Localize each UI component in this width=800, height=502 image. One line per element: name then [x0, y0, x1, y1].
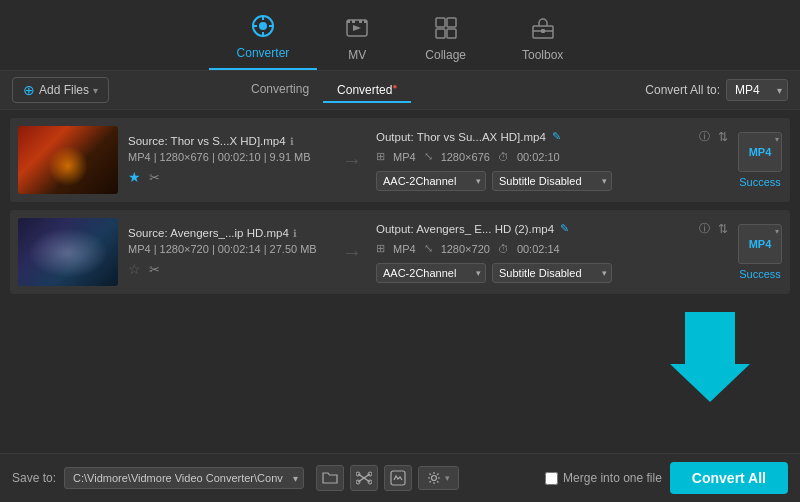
edit-icon-2[interactable]: ✎ — [560, 222, 569, 235]
output-sort-1[interactable]: ⇅ — [718, 130, 728, 144]
add-files-button[interactable]: ⊕ Add Files ▾ — [12, 77, 109, 103]
merge-label: Merge into one file — [563, 471, 662, 485]
source-label-1: Source: Thor vs S...X HD].mp4 ℹ — [128, 135, 328, 147]
file-info-2: Source: Avengers_...ip HD.mp4 ℹ MP4 | 12… — [128, 227, 328, 277]
cut-icon-2[interactable]: ✂ — [149, 262, 160, 277]
convert-all-button[interactable]: Convert All — [670, 462, 788, 494]
big-arrow-down — [670, 312, 750, 415]
settings-button[interactable]: ▾ — [418, 466, 459, 490]
top-navigation: Converter MV Collage — [0, 0, 800, 71]
file-item-2: Source: Avengers_...ip HD.mp4 ℹ MP4 | 12… — [10, 210, 790, 294]
svg-point-26 — [432, 476, 437, 481]
file-item-1: Source: Thor vs S...X HD].mp4 ℹ MP4 | 12… — [10, 118, 790, 202]
star-empty-2[interactable]: ☆ — [128, 261, 141, 277]
enhance-button[interactable] — [384, 465, 412, 491]
resize-icon-1: ⤡ — [424, 150, 433, 163]
audio-dropdown-wrap-2: AAC-2Channel AAC-6Channel — [376, 263, 486, 283]
svg-rect-10 — [364, 20, 367, 23]
tab-converting[interactable]: Converting — [237, 78, 323, 102]
audio-select-2[interactable]: AAC-2Channel AAC-6Channel — [376, 263, 486, 283]
audio-dropdown-wrap-1: AAC-2Channel AAC-6Channel — [376, 171, 486, 191]
clock-icon-1: ⏱ — [498, 151, 509, 163]
file-actions-1: ★ ✂ — [128, 169, 328, 185]
mp4-arrow-1: ▾ — [775, 135, 779, 144]
video-trim-button[interactable] — [350, 465, 378, 491]
nav-toolbox[interactable]: Toolbox — [494, 10, 591, 70]
format-select-wrap: MP4 MKV AVI MOV — [726, 79, 788, 101]
save-path-wrap: C:\Vidmore\Vidmore Video Converter\Conve… — [64, 467, 304, 489]
nav-mv[interactable]: MV — [317, 10, 397, 70]
file-meta-1: MP4 | 1280×676 | 00:02:10 | 9.91 MB — [128, 151, 328, 163]
nav-collage-label: Collage — [425, 48, 466, 62]
svg-rect-7 — [347, 20, 350, 23]
arrow-right-2: → — [342, 241, 362, 264]
convert-all-to-label: Convert All to: — [645, 83, 720, 97]
output-section-1: Output: Thor vs Su...AX HD].mp4 ✎ ⓘ ⇅ ⊞ … — [376, 129, 728, 191]
grid-icon-2: ⊞ — [376, 242, 385, 255]
cut-icon-1[interactable]: ✂ — [149, 170, 160, 185]
nav-mv-label: MV — [348, 48, 366, 62]
arrow-right-1: → — [342, 149, 362, 172]
converter-icon — [251, 14, 275, 42]
svg-rect-12 — [447, 18, 456, 27]
mp4-badge-1[interactable]: MP4 ▾ — [738, 132, 782, 172]
svg-rect-13 — [436, 29, 445, 38]
file-actions-2: ☆ ✂ — [128, 261, 328, 277]
svg-rect-17 — [541, 29, 545, 33]
toolbox-icon — [531, 16, 555, 44]
arrow-section — [10, 302, 790, 415]
add-files-label: Add Files — [39, 83, 89, 97]
main-content: Source: Thor vs S...X HD].mp4 ℹ MP4 | 12… — [0, 110, 800, 453]
merge-checkbox-label: Merge into one file — [545, 471, 662, 485]
converted-dot: ● — [392, 82, 397, 91]
merge-checkbox-input[interactable] — [545, 472, 558, 485]
file-meta-2: MP4 | 1280×720 | 00:02:14 | 27.50 MB — [128, 243, 328, 255]
output-details-2: ⊞ MP4 ⤡ 1280×720 ⏱ 00:02:14 — [376, 242, 728, 255]
thumbnail-2 — [18, 218, 118, 286]
svg-point-1 — [259, 22, 267, 30]
output-header-1: Output: Thor vs Su...AX HD].mp4 ✎ ⓘ ⇅ — [376, 129, 728, 144]
add-files-dropdown-icon: ▾ — [93, 85, 98, 96]
success-section-1: MP4 ▾ Success — [738, 132, 782, 188]
svg-rect-14 — [447, 29, 456, 38]
output-header-2: Output: Avengers_ E... HD (2).mp4 ✎ ⓘ ⇅ — [376, 221, 728, 236]
output-details-1: ⊞ MP4 ⤡ 1280×676 ⏱ 00:02:10 — [376, 150, 728, 163]
info-icon-2[interactable]: ℹ — [293, 228, 297, 239]
bottom-bar: Save to: C:\Vidmore\Vidmore Video Conver… — [0, 453, 800, 502]
subtitle-select-2[interactable]: Subtitle Disabled Subtitle Enabled — [492, 263, 612, 283]
output-name-2: Output: Avengers_ E... HD (2).mp4 — [376, 223, 554, 235]
subtitle-select-1[interactable]: Subtitle Disabled Subtitle Enabled — [492, 171, 612, 191]
svg-rect-11 — [436, 18, 445, 27]
audio-select-1[interactable]: AAC-2Channel AAC-6Channel — [376, 171, 486, 191]
edit-icon-1[interactable]: ✎ — [552, 130, 561, 143]
format-select[interactable]: MP4 MKV AVI MOV — [726, 79, 788, 101]
output-info-2[interactable]: ⓘ — [699, 221, 710, 236]
collage-icon — [434, 16, 458, 44]
success-label-2: Success — [739, 268, 781, 280]
subtitle-dropdown-wrap-2: Subtitle Disabled Subtitle Enabled — [492, 263, 612, 283]
output-info-1[interactable]: ⓘ — [699, 129, 710, 144]
info-icon-1[interactable]: ℹ — [290, 136, 294, 147]
nav-converter[interactable]: Converter — [209, 8, 318, 70]
convert-all-to-section: Convert All to: MP4 MKV AVI MOV — [645, 79, 788, 101]
nav-collage[interactable]: Collage — [397, 10, 494, 70]
mp4-badge-2[interactable]: MP4 ▾ — [738, 224, 782, 264]
folder-open-button[interactable] — [316, 465, 344, 491]
subtitle-dropdown-wrap-1: Subtitle Disabled Subtitle Enabled — [492, 171, 612, 191]
file-info-1: Source: Thor vs S...X HD].mp4 ℹ MP4 | 12… — [128, 135, 328, 185]
settings-arrow: ▾ — [445, 473, 450, 483]
output-sort-2[interactable]: ⇅ — [718, 222, 728, 236]
thumbnail-1 — [18, 126, 118, 194]
nav-converter-label: Converter — [237, 46, 290, 60]
tab-converted[interactable]: Converted● — [323, 78, 411, 103]
clock-icon-2: ⏱ — [498, 243, 509, 255]
output-controls-1: AAC-2Channel AAC-6Channel Subtitle Disab… — [376, 171, 728, 191]
output-section-2: Output: Avengers_ E... HD (2).mp4 ✎ ⓘ ⇅ … — [376, 221, 728, 283]
svg-rect-8 — [352, 20, 355, 23]
resize-icon-2: ⤡ — [424, 242, 433, 255]
nav-toolbox-label: Toolbox — [522, 48, 563, 62]
star-filled-1[interactable]: ★ — [128, 169, 141, 185]
save-path-select[interactable]: C:\Vidmore\Vidmore Video Converter\Conve… — [64, 467, 304, 489]
source-label-2: Source: Avengers_...ip HD.mp4 ℹ — [128, 227, 328, 239]
mp4-arrow-2: ▾ — [775, 227, 779, 236]
